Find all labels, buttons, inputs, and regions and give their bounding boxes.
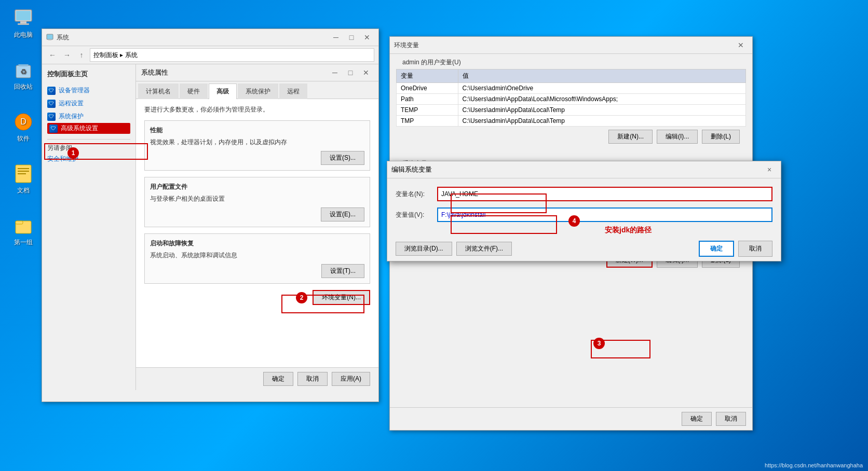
badge-4: 4 <box>568 215 580 227</box>
var-value-row: 变量值(V): <box>396 207 772 222</box>
edit-ok-btn[interactable]: 确定 <box>699 241 734 257</box>
sysprops-close[interactable]: ✕ <box>359 67 373 78</box>
desktop-icon-recycle[interactable]: ♻ 回收站 <box>5 60 42 91</box>
admin-notice: 要进行大多数更改，你必须作为管理员登录。 <box>144 105 370 114</box>
system-title: 系统 <box>57 33 69 42</box>
sysprops-maximize[interactable]: □ <box>343 67 358 78</box>
svg-rect-10 <box>18 171 29 172</box>
recycle-icon: ♻ <box>13 60 34 80</box>
browse-dir-btn[interactable]: 浏览目录(D)... <box>396 242 452 256</box>
up-btn[interactable]: ↑ <box>75 49 88 61</box>
env-controls[interactable]: ✕ <box>734 40 748 50</box>
sysprops-title: 系统属性 <box>141 68 168 77</box>
back-btn[interactable]: ← <box>46 49 59 61</box>
env-titlebar: 环境变量 ✕ <box>390 37 752 54</box>
var-name-row: 变量名(N): <box>396 187 772 201</box>
user-profile-settings-btn[interactable]: 设置(E)... <box>321 207 364 221</box>
var-name-input[interactable] <box>437 187 772 201</box>
refer-section: 另请参阅 安全和维护 <box>47 144 130 163</box>
user-var-header: 变量 <box>397 70 458 83</box>
browse-file-btn[interactable]: 浏览文件(F)... <box>456 242 512 256</box>
shield-icon-3: 🛡 <box>47 113 56 121</box>
user-edit-btn[interactable]: 编辑(I)... <box>657 130 698 144</box>
performance-title: 性能 <box>150 126 364 135</box>
env-cancel-btn[interactable]: 取消 <box>716 412 746 426</box>
sysprops-apply-btn[interactable]: 应用(A) <box>332 372 370 386</box>
user-new-btn[interactable]: 新建(N)... <box>608 130 653 144</box>
link-device-manager[interactable]: 🛡 设备管理器 <box>47 84 130 97</box>
badge-3: 3 <box>593 338 605 349</box>
desktop-icon-group1[interactable]: 第一组 <box>5 215 42 247</box>
annotation-jdk-path: 安装jdk的路径 <box>605 226 652 235</box>
computer-label: 此电脑 <box>14 31 33 39</box>
minimize-btn[interactable]: ─ <box>329 32 343 43</box>
left-panel: 控制面板主页 🛡 设备管理器 🛡 远程设置 🛡 系统保护 🛡 高级系统设置 <box>42 64 135 343</box>
table-row[interactable]: Path C:\Users\admin\AppData\Local\Micros… <box>397 94 746 105</box>
user-delete-btn[interactable]: 删除(L) <box>702 130 740 144</box>
tab-computer-name[interactable]: 计算机名 <box>138 84 179 99</box>
system-window-controls[interactable]: ─ □ ✕ <box>329 32 374 43</box>
env-user-title: admin 的用户变量(U) <box>396 54 746 69</box>
user-profile-desc: 与登录帐户相关的桌面设置 <box>150 195 364 203</box>
refer-link-security[interactable]: 安全和维护 <box>47 155 130 163</box>
software-label: 软件 <box>17 134 30 143</box>
table-row[interactable]: OneDrive C:\Users\admin\OneDrive <box>397 83 746 94</box>
url-bar: https://blog.csdn.net/hanhanwanghaha <box>765 462 863 468</box>
nav-bar: ← → ↑ 控制面板 ▸ 系统 <box>42 46 378 64</box>
maximize-btn[interactable]: □ <box>344 32 359 43</box>
svg-rect-2 <box>20 21 26 23</box>
edit-dialog: 编辑系统变量 × 变量名(N): 变量值(V): 浏览目录(D)... 浏览文件… <box>387 161 781 261</box>
sysprops-controls[interactable]: ─ □ ✕ <box>328 67 373 78</box>
link-system-protection[interactable]: 🛡 系统保护 <box>47 110 130 123</box>
edit-cancel-btn[interactable]: 取消 <box>738 241 772 257</box>
svg-rect-15 <box>48 39 51 40</box>
link-remote-settings[interactable]: 🛡 远程设置 <box>47 97 130 110</box>
performance-settings-btn[interactable]: 设置(S)... <box>321 151 364 165</box>
shield-icon-1: 🛡 <box>47 87 56 95</box>
user-val-path: C:\Users\admin\AppData\Local\Microsoft\W… <box>458 94 745 105</box>
sysprops-minimize[interactable]: ─ <box>328 67 342 78</box>
close-btn[interactable]: ✕ <box>360 32 374 43</box>
svg-rect-9 <box>18 168 29 169</box>
computer-icon <box>13 8 34 29</box>
tab-system-protection[interactable]: 系统保护 <box>238 84 278 99</box>
env-vars-btn[interactable]: 环境变量(N)... <box>313 290 370 305</box>
sysprops-cancel-btn[interactable]: 取消 <box>297 372 328 386</box>
table-row[interactable]: TEMP C:\Users\admin\AppData\Local\Temp <box>397 105 746 116</box>
link-advanced-settings[interactable]: 🛡 高级系统设置 <box>47 123 130 134</box>
edit-dialog-content: 变量名(N): 变量值(V): <box>387 178 781 237</box>
tab-hardware[interactable]: 硬件 <box>180 84 208 99</box>
env-user-btns: 新建(N)... 编辑(I)... 删除(L) <box>396 127 746 147</box>
edit-dialog-close[interactable]: × <box>762 164 777 175</box>
tab-advanced[interactable]: 高级 <box>209 84 237 99</box>
user-profile-title: 用户配置文件 <box>150 183 364 191</box>
desktop-icon-software[interactable]: D 软件 <box>5 112 42 143</box>
desktop-icon-computer[interactable]: 此电脑 <box>5 8 42 39</box>
startup-settings-btn[interactable]: 设置(T)... <box>321 264 364 278</box>
env-user-table: 变量 值 OneDrive C:\Users\admin\OneDrive Pa… <box>396 69 746 127</box>
desktop-icon-documents[interactable]: 文档 <box>5 163 42 195</box>
tab-remote[interactable]: 远程 <box>279 84 307 99</box>
env-ok-btn[interactable]: 确定 <box>682 412 712 426</box>
user-val-header: 值 <box>458 70 745 83</box>
env-close-btn[interactable]: ✕ <box>734 40 748 50</box>
table-row[interactable]: TMP C:\Users\admin\AppData\Local\Temp <box>397 116 746 127</box>
left-panel-title: 控制面板主页 <box>47 70 130 79</box>
link-device-manager-label: 设备管理器 <box>59 86 90 95</box>
shield-icon-2: 🛡 <box>47 100 56 108</box>
badge-1: 1 <box>67 147 79 159</box>
user-val-temp: C:\Users\admin\AppData\Local\Temp <box>458 105 745 116</box>
user-val-onedrive: C:\Users\admin\OneDrive <box>458 83 745 94</box>
link-system-protection-label: 系统保护 <box>59 112 84 121</box>
var-name-label: 变量名(N): <box>396 190 437 199</box>
shield-icon-4: 🛡 <box>49 124 58 133</box>
group1-icon <box>13 215 34 236</box>
documents-label: 文档 <box>17 186 30 195</box>
svg-rect-14 <box>47 34 53 39</box>
sysprops-ok-btn[interactable]: 确定 <box>263 372 293 386</box>
documents-icon <box>13 163 34 184</box>
var-value-input[interactable] <box>437 207 772 222</box>
badge-2: 2 <box>296 292 307 303</box>
svg-rect-13 <box>16 221 23 224</box>
forward-btn[interactable]: → <box>61 49 73 61</box>
